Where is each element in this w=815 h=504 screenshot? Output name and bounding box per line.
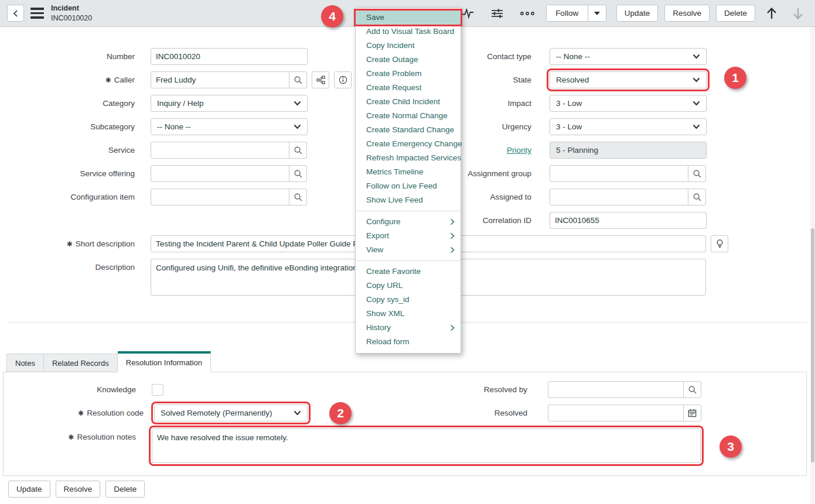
callout-step-2: 2 — [329, 402, 352, 424]
menu-item-add-to-visual-task-board[interactable]: Add to Visual Task Board — [356, 25, 461, 39]
contact-type-select[interactable]: -- None -- — [550, 48, 707, 65]
category-select[interactable]: Inquiry / Help — [151, 95, 308, 112]
number-label: Number — [6, 48, 135, 65]
menu-item-follow-on-live-feed[interactable]: Follow on Live Feed — [356, 179, 461, 193]
menu-item-metrics-timeline[interactable]: Metrics Timeline — [356, 165, 461, 179]
caller-lookup-button[interactable] — [289, 71, 307, 88]
callout-step-4: 4 — [321, 5, 343, 28]
search-icon — [693, 169, 702, 179]
menu-item-refresh-impacted-services[interactable]: Refresh Impacted Services — [356, 151, 461, 165]
chevron-down-icon — [693, 101, 700, 106]
required-icon: ✱ — [67, 240, 73, 248]
footer-delete-button[interactable]: Delete — [105, 481, 145, 498]
menu-item-configure[interactable]: Configure — [356, 215, 461, 229]
menu-item-create-standard-change[interactable]: Create Standard Change — [356, 123, 461, 137]
service-lookup-button[interactable] — [289, 142, 307, 159]
category-value: Inquiry / Help — [157, 99, 204, 108]
resolved-by-input[interactable] — [548, 381, 684, 398]
configuration-item-lookup-button[interactable] — [289, 188, 307, 205]
form-tabs: Notes Related Records Resolution Informa… — [6, 354, 211, 372]
number-input[interactable] — [151, 48, 308, 65]
footer-resolve-button[interactable]: Resolve — [56, 481, 101, 498]
menu-item-create-child-incident[interactable]: Create Child Incident — [356, 95, 461, 109]
caller-input[interactable] — [151, 71, 289, 88]
resolution-code-field-row: ✱Resolution code Solved Remotely (Perman… — [6, 404, 308, 421]
personalize-form-button[interactable] — [486, 7, 509, 20]
suggestion-button[interactable] — [711, 235, 728, 252]
chevron-down-icon — [693, 77, 700, 83]
service-offering-field-row: Service offering — [6, 165, 307, 182]
priority-link[interactable]: Priority — [507, 146, 531, 155]
menu-item-copy-sys-id[interactable]: Copy sys_id — [356, 293, 461, 307]
next-record-button[interactable] — [788, 6, 808, 20]
menu-item-show-live-feed[interactable]: Show Live Feed — [356, 193, 461, 207]
menu-item-create-problem[interactable]: Create Problem — [356, 67, 461, 81]
update-button[interactable]: Update — [616, 5, 659, 22]
priority-value: 5 - Planning — [556, 146, 598, 155]
assignment-group-lookup-button[interactable] — [688, 165, 706, 182]
menu-divider — [356, 211, 461, 211]
service-offering-label: Service offering — [6, 165, 135, 182]
submenu-chevron-icon — [450, 246, 455, 253]
lightbulb-icon — [715, 239, 724, 249]
configuration-item-input[interactable] — [151, 188, 289, 205]
knowledge-checkbox[interactable] — [152, 384, 163, 396]
menu-item-export[interactable]: Export — [356, 229, 461, 243]
correlation-id-input[interactable] — [550, 212, 707, 229]
more-options-button[interactable] — [515, 11, 540, 16]
menu-item-save[interactable]: Save — [356, 11, 461, 25]
search-icon — [693, 193, 702, 202]
additional-actions-menu-icon[interactable] — [30, 8, 44, 19]
resolve-button[interactable]: Resolve — [664, 5, 710, 22]
more-options-icon — [520, 11, 535, 16]
required-icon: ✱ — [68, 433, 74, 441]
follow-caret-button[interactable] — [588, 5, 606, 22]
sliders-icon — [490, 7, 504, 20]
urgency-select[interactable]: 3 - Low — [550, 118, 707, 135]
menu-item-copy-url[interactable]: Copy URL — [356, 279, 461, 293]
menu-item-create-normal-change[interactable]: Create Normal Change — [356, 109, 461, 123]
service-input[interactable] — [151, 142, 289, 159]
menu-item-create-favorite[interactable]: Create Favorite — [356, 265, 461, 279]
menu-item-create-emergency-change[interactable]: Create Emergency Change — [356, 137, 461, 151]
menu-item-copy-incident[interactable]: Copy Incident — [356, 39, 461, 53]
previous-record-button[interactable] — [762, 6, 782, 20]
assigned-to-input[interactable] — [550, 188, 688, 205]
required-icon: ✱ — [105, 76, 111, 84]
resolved-field-row: Resolved — [391, 404, 701, 421]
caller-show-related-button[interactable] — [312, 71, 329, 88]
tab-notes[interactable]: Notes — [6, 354, 44, 372]
footer-update-button[interactable]: Update — [8, 481, 50, 498]
delete-button[interactable]: Delete — [716, 5, 755, 22]
back-button[interactable] — [7, 5, 24, 22]
assigned-to-lookup-button[interactable] — [688, 188, 706, 205]
resolution-notes-textarea[interactable]: We have resolved the issue remotely. — [152, 428, 701, 463]
scrollbar-thumb[interactable] — [811, 228, 814, 462]
resolved-calendar-button[interactable] — [683, 404, 701, 421]
tab-related-records[interactable]: Related Records — [44, 354, 118, 372]
follow-button[interactable]: Follow — [546, 5, 588, 22]
resolved-by-lookup-button[interactable] — [683, 381, 701, 398]
menu-item-create-outage[interactable]: Create Outage — [356, 53, 461, 67]
menu-item-reload-form[interactable]: Reload form — [356, 335, 461, 349]
menu-item-view[interactable]: View — [356, 243, 461, 257]
resolution-code-select[interactable]: Solved Remotely (Permanently) — [154, 404, 308, 421]
impact-select[interactable]: 3 - Low — [550, 95, 707, 112]
assignment-group-input[interactable] — [550, 165, 688, 182]
submenu-chevron-icon — [450, 218, 455, 225]
tab-resolution-information[interactable]: Resolution Information — [118, 351, 211, 372]
subcategory-select[interactable]: -- None -- — [151, 118, 308, 135]
menu-item-history[interactable]: History — [356, 321, 461, 335]
vertical-scrollbar[interactable] — [810, 27, 815, 504]
service-offering-input[interactable] — [151, 165, 289, 182]
resolved-input[interactable] — [548, 404, 684, 421]
number-field-row: Number — [6, 48, 308, 65]
search-icon — [294, 193, 303, 202]
caller-preview-button[interactable] — [334, 71, 352, 88]
chevron-down-icon — [693, 124, 700, 129]
menu-item-create-request[interactable]: Create Request — [356, 81, 461, 95]
menu-item-show-xml[interactable]: Show XML — [356, 307, 461, 321]
service-offering-lookup-button[interactable] — [289, 165, 307, 182]
chevron-down-icon — [294, 101, 301, 106]
state-select[interactable]: Resolved — [550, 71, 707, 88]
